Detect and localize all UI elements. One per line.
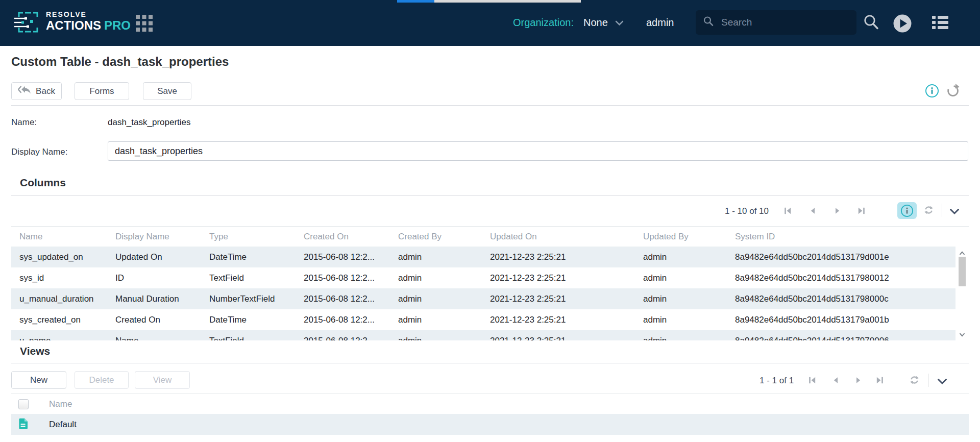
- col-header-name[interactable]: Name: [19, 232, 115, 242]
- info-icon[interactable]: [925, 84, 939, 100]
- chevron-down-icon: [615, 18, 624, 28]
- cell-type: DateTime: [209, 315, 304, 325]
- save-button[interactable]: Save: [143, 82, 191, 100]
- back-label: Back: [36, 86, 55, 96]
- page-title: Custom Table - dash_task_properties: [11, 55, 229, 69]
- col-header-updated-by[interactable]: Updated By: [643, 232, 735, 242]
- cell-created-by: admin: [398, 273, 490, 283]
- save-label: Save: [157, 86, 177, 96]
- views-name-header[interactable]: Name: [49, 399, 72, 409]
- name-label: Name:: [11, 117, 37, 128]
- columns-heading: Columns: [20, 177, 66, 189]
- columns-table-row[interactable]: sys_idIDTextField2015-06-08 12:2...admin…: [11, 267, 955, 288]
- cell-created-on: 2015-06-08 12:2...: [304, 294, 398, 304]
- cell-updated-on: 2021-12-23 2:25:21: [490, 315, 643, 325]
- col-header-created-by[interactable]: Created By: [398, 232, 490, 242]
- columns-table-row[interactable]: sys_updated_onUpdated OnDateTime2015-06-…: [11, 247, 955, 267]
- scroll-down-icon[interactable]: [959, 330, 965, 339]
- scrollbar-thumb[interactable]: [959, 257, 966, 286]
- views-prev-page-icon[interactable]: [832, 377, 840, 386]
- next-page-icon[interactable]: [834, 207, 841, 216]
- views-divider: [11, 363, 969, 363]
- organization-value: None: [583, 17, 608, 29]
- cell-name: sys_created_on: [19, 315, 115, 325]
- brand-circuit-icon: [14, 10, 42, 38]
- columns-table-row[interactable]: u_manual_durationManual DurationNumberTe…: [11, 288, 955, 309]
- user-menu[interactable]: admin: [646, 17, 674, 29]
- open-view-button[interactable]: View: [135, 371, 190, 389]
- cell-updated-by: admin: [643, 294, 735, 304]
- organization-dropdown[interactable]: None: [583, 17, 624, 29]
- cell-created-on: 2015-06-08 12:2...: [304, 273, 398, 283]
- brand-logo-text[interactable]: RESOLVE ACTIONSPRO: [46, 11, 131, 32]
- back-button[interactable]: Back: [11, 82, 62, 100]
- view-name: Default: [49, 420, 77, 430]
- top-tab-strip: [434, 0, 581, 3]
- cell-display-name: Name: [115, 336, 209, 341]
- refresh-icon[interactable]: [945, 83, 961, 101]
- views-table-row[interactable]: Default: [11, 414, 969, 435]
- cell-type: TextField: [209, 273, 304, 283]
- columns-pagination-text: 1 - 10 of 10: [725, 206, 769, 216]
- prev-page-icon[interactable]: [809, 207, 817, 216]
- search-icon: [703, 16, 714, 29]
- col-header-system-id[interactable]: System ID: [735, 232, 969, 242]
- views-collapse-chevron-icon[interactable]: [937, 378, 947, 387]
- scroll-up-icon[interactable]: [959, 248, 965, 257]
- sync-refresh-icon[interactable]: [924, 206, 934, 216]
- columns-table-row[interactable]: sys_created_onCreated OnDateTime2015-06-…: [11, 309, 955, 330]
- search-input[interactable]: [720, 16, 848, 29]
- cell-created-on: 2015-06-08 12:2...: [304, 315, 398, 325]
- document-icon: [19, 418, 28, 431]
- name-value: dash_task_properties: [108, 117, 191, 128]
- apps-grid-icon[interactable]: [136, 15, 153, 34]
- back-icon: [18, 86, 31, 96]
- cell-system-id: 8a9482e64dd50bc2014dd5131798000c: [735, 294, 955, 304]
- forms-button[interactable]: Forms: [75, 82, 129, 100]
- top-navigation-bar: RESOLVE ACTIONSPRO Organization: None ad…: [0, 0, 980, 46]
- columns-table-header: Name Display Name Type Created On Create…: [11, 226, 969, 247]
- col-header-updated-on[interactable]: Updated On: [490, 232, 643, 242]
- cell-system-id: 8a9482e64dd50bc2014dd513179a001b: [735, 315, 955, 325]
- views-pagination-separator: [928, 374, 928, 387]
- new-view-button[interactable]: New: [11, 371, 66, 389]
- first-page-icon[interactable]: [784, 207, 792, 216]
- collapse-chevron-icon[interactable]: [949, 208, 960, 217]
- views-next-page-icon[interactable]: [854, 377, 862, 386]
- cell-system-id: 8a9482e64dd50bc2014dd51317970006: [735, 336, 955, 341]
- toolbar-divider: [11, 105, 969, 106]
- views-table-header: Name: [11, 394, 969, 414]
- cell-updated-by: admin: [643, 273, 735, 283]
- table-scrollbar[interactable]: [958, 247, 967, 340]
- cell-display-name: Updated On: [115, 252, 209, 262]
- cell-created-on: 2015-06-08 12:2...: [304, 252, 398, 262]
- cell-display-name: Manual Duration: [115, 294, 209, 304]
- columns-table-row[interactable]: u_nameNameTextField2015-06-08 12:2...adm…: [11, 330, 955, 340]
- display-name-input[interactable]: [108, 141, 968, 161]
- info-toggle-button-active[interactable]: [897, 202, 917, 219]
- cell-created-by: admin: [398, 252, 490, 262]
- delete-view-button[interactable]: Delete: [75, 371, 129, 389]
- select-all-checkbox[interactable]: [18, 399, 29, 409]
- col-header-type[interactable]: Type: [209, 232, 304, 242]
- cell-system-id: 8a9482e64dd50bc2014dd513179d001e: [735, 252, 955, 262]
- cell-type: DateTime: [209, 252, 304, 262]
- view-label: View: [153, 375, 172, 385]
- cell-updated-by: admin: [643, 315, 735, 325]
- columns-divider: [11, 195, 969, 196]
- cell-updated-on: 2021-12-23 2:25:21: [490, 273, 643, 283]
- views-first-page-icon[interactable]: [808, 377, 816, 386]
- col-header-created-on[interactable]: Created On: [304, 232, 398, 242]
- views-sync-refresh-icon[interactable]: [910, 376, 919, 386]
- views-last-page-icon[interactable]: [876, 377, 884, 386]
- cell-type: TextField: [209, 336, 304, 341]
- brand-resolve: RESOLVE: [46, 11, 131, 18]
- cell-created-by: admin: [398, 315, 490, 325]
- run-play-icon[interactable]: [893, 14, 912, 35]
- display-name-label: Display Name:: [11, 147, 68, 157]
- last-page-icon[interactable]: [857, 207, 865, 216]
- col-header-display-name[interactable]: Display Name: [115, 232, 209, 242]
- app-window: RESOLVE ACTIONSPRO Organization: None ad…: [0, 0, 980, 442]
- list-menu-icon[interactable]: [932, 16, 948, 31]
- global-search-icon[interactable]: [863, 14, 880, 33]
